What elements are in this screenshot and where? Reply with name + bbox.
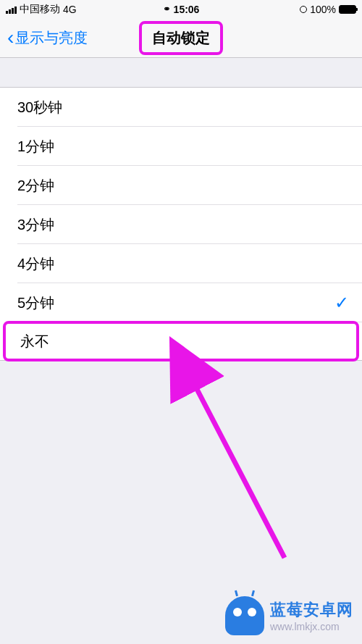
option-label: 2分钟 <box>17 176 54 196</box>
option-label: 4分钟 <box>17 254 54 274</box>
option-label: 永不 <box>20 332 49 351</box>
page-title: 自动锁定 <box>152 30 210 46</box>
network-label: 4G <box>63 4 77 15</box>
option-label: 1分钟 <box>17 137 54 156</box>
watermark-url: www.lmkjx.com <box>270 621 353 632</box>
carrier-label: 中国移动 <box>20 3 60 16</box>
checkmark-icon: ✓ <box>334 293 349 313</box>
nav-bar: ‹ 显示与亮度 自动锁定 <box>0 18 362 58</box>
status-left: 中国移动 4G <box>6 3 77 16</box>
option-row[interactable]: 1分钟 <box>0 127 362 166</box>
option-label: 30秒钟 <box>17 98 62 117</box>
option-label: 3分钟 <box>17 215 54 235</box>
time-label: 15:06 <box>174 4 200 15</box>
annotation-arrow <box>183 369 299 575</box>
option-row[interactable]: 2分钟 <box>0 166 362 205</box>
option-row[interactable]: 永不 <box>3 321 359 361</box>
title-highlight: 自动锁定 <box>139 21 223 55</box>
option-row[interactable]: 30秒钟 <box>0 88 362 127</box>
options-list: 30秒钟1分钟2分钟3分钟4分钟5分钟✓永不 <box>0 87 362 361</box>
option-label: 5分钟 <box>17 293 54 313</box>
watermark-title: 蓝莓安卓网 <box>270 599 353 621</box>
rotation-lock-icon <box>300 6 307 13</box>
option-row[interactable]: 3分钟 <box>0 205 362 244</box>
hotspot-icon: ⚭ <box>163 4 171 14</box>
robot-icon <box>225 596 264 635</box>
status-bar: 中国移动 4G ⚭ 15:06 100% <box>0 0 362 18</box>
back-label: 显示与亮度 <box>15 28 88 48</box>
battery-icon <box>339 5 356 14</box>
signal-icon <box>6 5 17 14</box>
battery-percent: 100% <box>310 4 336 15</box>
watermark: 蓝莓安卓网 www.lmkjx.com <box>225 596 353 635</box>
watermark-text: 蓝莓安卓网 www.lmkjx.com <box>270 599 353 632</box>
spacer <box>0 58 362 87</box>
svg-line-0 <box>190 377 285 558</box>
status-right: 100% <box>300 4 356 15</box>
chevron-left-icon: ‹ <box>7 28 14 48</box>
back-button[interactable]: ‹ 显示与亮度 <box>7 28 88 48</box>
status-center: ⚭ 15:06 <box>163 4 200 15</box>
option-row[interactable]: 4分钟 <box>0 244 362 283</box>
option-row[interactable]: 5分钟✓ <box>0 283 362 322</box>
